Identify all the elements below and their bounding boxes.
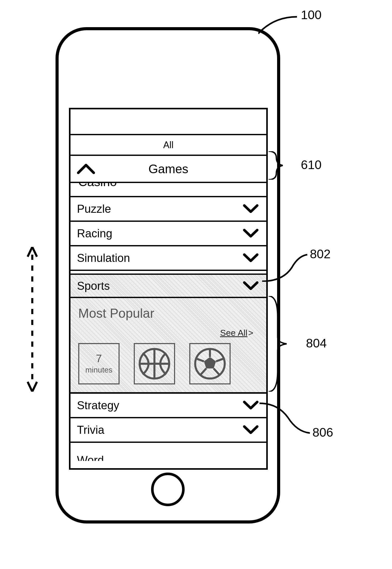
- app-tile-soccer[interactable]: [189, 343, 231, 384]
- section-header-games[interactable]: Games: [70, 156, 266, 183]
- category-row-strategy[interactable]: Strategy: [70, 394, 266, 418]
- leader-806: [260, 402, 311, 436]
- see-all-link[interactable]: See All: [220, 328, 253, 338]
- device-outline: All Games Casino Puzzle Racing Simulat: [56, 27, 280, 524]
- category-row-racing[interactable]: Racing: [70, 222, 266, 246]
- app-tile-basketball[interactable]: [134, 343, 175, 384]
- category-label: Sports: [77, 279, 110, 292]
- svg-marker-4: [204, 357, 216, 368]
- tab-all-label: All: [163, 140, 174, 150]
- brace-610: [269, 151, 287, 180]
- basketball-icon: [138, 347, 171, 381]
- tab-all[interactable]: All: [70, 135, 266, 156]
- soccer-ball-icon: [193, 347, 227, 381]
- chevron-down-icon: [243, 253, 258, 263]
- category-row-word-partial[interactable]: Word: [70, 443, 266, 461]
- category-label: Racing: [77, 227, 112, 240]
- category-label: Puzzle: [77, 202, 111, 215]
- callout-806: 806: [312, 425, 333, 439]
- expanded-panel-sports: Most Popular See All 7 minutes: [70, 298, 266, 394]
- category-label: Casino: [78, 183, 117, 189]
- leader-100: [258, 16, 300, 36]
- chevron-down-icon: [243, 204, 258, 214]
- category-row-puzzle[interactable]: Puzzle: [70, 197, 266, 222]
- status-bar-blank: [70, 109, 266, 135]
- chevron-up-icon: [77, 163, 95, 175]
- category-label: Simulation: [77, 252, 130, 264]
- category-row-trivia[interactable]: Trivia: [70, 418, 266, 443]
- chevron-down-icon: [243, 425, 258, 435]
- scroll-indicator-arrow: [25, 247, 40, 392]
- patent-figure: All Games Casino Puzzle Racing Simulat: [0, 0, 392, 569]
- chevron-down-icon: [243, 400, 258, 410]
- leader-802: [262, 253, 309, 282]
- expanded-title: Most Popular: [78, 306, 154, 321]
- category-label: Trivia: [77, 423, 104, 436]
- callout-804: 804: [306, 336, 327, 350]
- category-label: Word: [77, 454, 104, 461]
- category-label: Strategy: [77, 399, 119, 412]
- category-row-sports[interactable]: Sports: [70, 274, 266, 298]
- category-row-casino-partial[interactable]: Casino: [70, 183, 266, 197]
- chevron-down-icon: [243, 281, 258, 291]
- category-row-simulation[interactable]: Simulation: [70, 246, 266, 271]
- callout-100: 100: [301, 8, 322, 22]
- tile-line1: 7: [96, 353, 102, 364]
- brace-804: [269, 296, 292, 392]
- section-header-label: Games: [148, 162, 189, 176]
- home-button[interactable]: [151, 473, 185, 506]
- callout-610: 610: [301, 158, 322, 172]
- tile-line2: minutes: [85, 366, 112, 374]
- app-tile-7minutes[interactable]: 7 minutes: [78, 343, 120, 384]
- app-icon-strip[interactable]: 7 minutes: [78, 343, 231, 384]
- callout-802: 802: [310, 247, 331, 261]
- screen[interactable]: All Games Casino Puzzle Racing Simulat: [69, 108, 268, 470]
- chevron-down-icon: [243, 229, 258, 238]
